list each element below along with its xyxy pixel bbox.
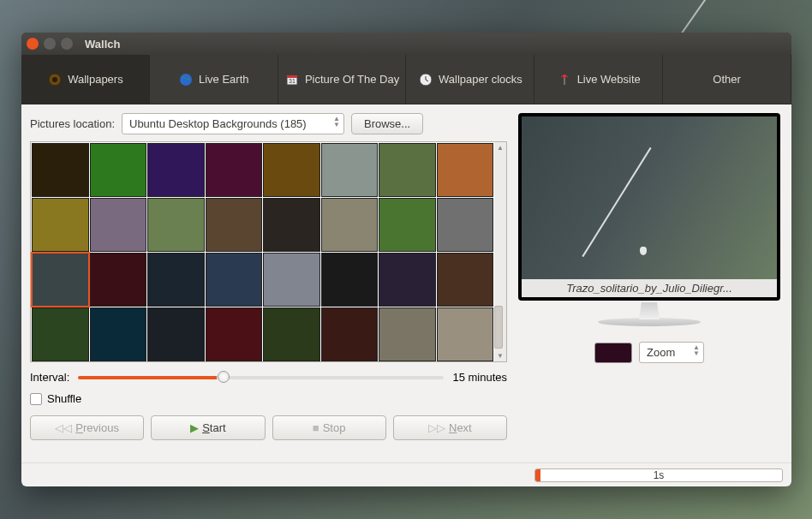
tab-label: Wallpapers bbox=[68, 73, 123, 86]
interval-value: 15 minutes bbox=[452, 371, 507, 384]
progress-text: 1s bbox=[535, 469, 782, 481]
thumbnail[interactable] bbox=[32, 143, 89, 197]
scrollbar[interactable]: ▲ ▼ bbox=[494, 142, 506, 361]
shuffle-label: Shuffle bbox=[47, 392, 81, 405]
thumbnail[interactable] bbox=[147, 253, 205, 307]
svg-point-1 bbox=[52, 77, 57, 82]
tab-other[interactable]: Other bbox=[663, 55, 791, 104]
tab-clocks[interactable]: Wallpaper clocks bbox=[406, 55, 534, 104]
monitor-stand bbox=[624, 302, 675, 319]
spinner-icon: ▲▼ bbox=[333, 116, 340, 128]
thumbnail[interactable] bbox=[263, 143, 320, 197]
scroll-down-icon[interactable]: ▼ bbox=[497, 352, 504, 360]
thumbnail[interactable] bbox=[90, 198, 147, 252]
location-combo[interactable]: Ubuntu Desktop Backgrounds (185) ▲▼ bbox=[122, 113, 344, 134]
thumbnail[interactable] bbox=[321, 253, 379, 307]
thumbnail-grid: ▲ ▼ bbox=[30, 141, 507, 362]
thumbnail[interactable] bbox=[90, 253, 147, 307]
maximize-icon[interactable] bbox=[61, 38, 73, 50]
thumbnail[interactable] bbox=[263, 198, 320, 252]
thumbnail[interactable] bbox=[379, 143, 436, 197]
tab-label: Other bbox=[713, 73, 741, 86]
thumbnail[interactable] bbox=[379, 307, 436, 361]
preview-image[interactable] bbox=[522, 116, 777, 279]
stop-icon: ■ bbox=[313, 421, 319, 434]
shuffle-checkbox[interactable] bbox=[30, 393, 42, 405]
interval-label: Interval: bbox=[30, 371, 69, 384]
tab-live-earth[interactable]: Live Earth bbox=[150, 55, 278, 104]
tab-website[interactable]: Live Website bbox=[534, 55, 663, 104]
clock-icon bbox=[418, 72, 433, 87]
spinner-icon: ▲▼ bbox=[693, 344, 700, 356]
thumbnail[interactable] bbox=[147, 198, 205, 252]
svg-text:31: 31 bbox=[289, 78, 296, 84]
app-window: Wallch Wallpapers Live Earth 31 Picture … bbox=[21, 33, 791, 486]
thumbnail[interactable] bbox=[32, 198, 89, 252]
preview-caption: Trazo_solitario_by_Julio_Diliegr... bbox=[522, 279, 777, 297]
thumbnail[interactable] bbox=[90, 307, 147, 361]
thumbnail[interactable] bbox=[437, 198, 494, 252]
scroll-thumb[interactable] bbox=[494, 306, 503, 349]
calendar-icon: 31 bbox=[284, 72, 300, 87]
svg-point-2 bbox=[180, 74, 192, 86]
location-selected: Ubuntu Desktop Backgrounds (185) bbox=[129, 117, 307, 130]
wallpaper-icon bbox=[47, 72, 63, 87]
thumbnail[interactable] bbox=[206, 198, 263, 252]
titlebar[interactable]: Wallch bbox=[21, 33, 791, 55]
tab-wallpapers[interactable]: Wallpapers bbox=[21, 55, 150, 104]
previous-button[interactable]: ◁◁ Previous bbox=[30, 415, 144, 440]
content-area: Pictures location: Ubuntu Desktop Backgr… bbox=[21, 104, 791, 462]
scroll-up-icon[interactable]: ▲ bbox=[497, 144, 504, 152]
prev-icon: ◁◁ bbox=[55, 421, 72, 434]
interval-slider[interactable] bbox=[78, 376, 444, 379]
preview-monitor: Trazo_solitario_by_Julio_Diliegr... bbox=[518, 113, 780, 301]
stop-button[interactable]: ■ Stop bbox=[272, 415, 386, 440]
antenna-icon bbox=[557, 72, 572, 87]
start-button[interactable]: ▶ Start bbox=[151, 415, 265, 440]
thumbnail[interactable] bbox=[437, 253, 494, 307]
thumbnail[interactable] bbox=[379, 253, 436, 307]
tab-potd[interactable]: 31 Picture Of The Day bbox=[278, 55, 407, 104]
fit-mode-value: Zoom bbox=[647, 346, 675, 359]
tab-label: Picture Of The Day bbox=[305, 73, 399, 86]
status-bar: 1s bbox=[21, 462, 791, 486]
next-button[interactable]: ▷▷ Next bbox=[393, 415, 507, 440]
next-icon: ▷▷ bbox=[428, 421, 445, 434]
thumbnail[interactable] bbox=[263, 253, 320, 307]
tab-bar: Wallpapers Live Earth 31 Picture Of The … bbox=[21, 55, 791, 104]
window-title: Wallch bbox=[85, 38, 120, 51]
location-label: Pictures location: bbox=[30, 117, 115, 130]
thumbnail[interactable] bbox=[321, 307, 379, 361]
globe-icon bbox=[178, 72, 194, 87]
thumbnail[interactable] bbox=[147, 143, 205, 197]
thumbnail[interactable] bbox=[206, 307, 263, 361]
slider-thumb[interactable] bbox=[218, 371, 230, 383]
thumbnail[interactable] bbox=[32, 253, 89, 307]
thumbnail[interactable] bbox=[437, 307, 494, 361]
preview-panel: Trazo_solitario_by_Julio_Diliegr... Zoom… bbox=[516, 113, 783, 454]
left-panel: Pictures location: Ubuntu Desktop Backgr… bbox=[30, 113, 507, 454]
progress-bar: 1s bbox=[534, 468, 783, 482]
tab-label: Live Website bbox=[577, 73, 641, 86]
thumbnail[interactable] bbox=[379, 198, 436, 252]
thumbnail[interactable] bbox=[321, 143, 379, 197]
thumbnail[interactable] bbox=[263, 307, 320, 361]
minimize-icon[interactable] bbox=[44, 38, 56, 50]
browse-button[interactable]: Browse... bbox=[351, 113, 423, 134]
thumbnail[interactable] bbox=[206, 253, 263, 307]
close-icon[interactable] bbox=[27, 38, 39, 50]
tab-label: Wallpaper clocks bbox=[439, 73, 522, 86]
bg-color-swatch[interactable] bbox=[594, 343, 632, 363]
fit-mode-combo[interactable]: Zoom ▲▼ bbox=[639, 342, 704, 363]
thumbnail[interactable] bbox=[321, 198, 379, 252]
play-icon: ▶ bbox=[190, 421, 199, 434]
tab-label: Live Earth bbox=[199, 73, 249, 86]
thumbnail[interactable] bbox=[437, 143, 494, 197]
thumbnail[interactable] bbox=[206, 143, 263, 197]
thumbnail[interactable] bbox=[32, 307, 89, 361]
thumbnail[interactable] bbox=[90, 143, 147, 197]
thumbnail[interactable] bbox=[147, 307, 205, 361]
